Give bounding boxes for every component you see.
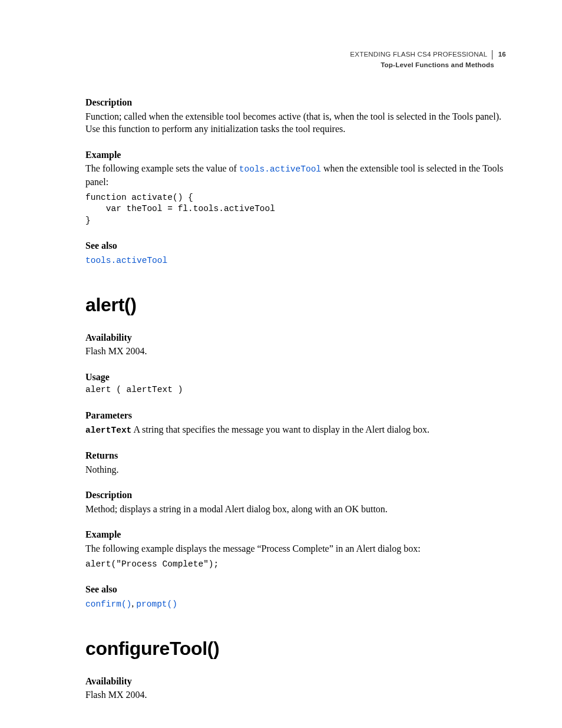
- returns-body: Nothing.: [85, 463, 506, 476]
- subhead-description: Description: [85, 96, 506, 109]
- availability-body: Flash MX 2004.: [85, 689, 506, 701]
- seealso-link-confirm[interactable]: confirm(): [85, 599, 131, 609]
- example-intro: The following example displays the messa…: [85, 542, 506, 555]
- header-section: Top-Level Functions and Methods: [350, 61, 506, 70]
- code-block: alert("Process Complete");: [85, 559, 506, 571]
- param-body: A string that specifies the message you …: [131, 424, 429, 434]
- seealso-link[interactable]: tools.activeTool: [85, 256, 167, 265]
- example-intro-before: The following example sets the value of: [85, 163, 239, 173]
- code-block: function activate() { var theTool = fl.t…: [85, 192, 506, 227]
- api-heading-alert: alert(): [85, 292, 506, 318]
- seealso-links: confirm(), prompt(): [85, 597, 506, 611]
- subhead-description: Description: [85, 489, 506, 502]
- inline-code-link[interactable]: tools.activeTool: [239, 164, 321, 174]
- seealso-link-prompt[interactable]: prompt(): [136, 599, 177, 609]
- running-header: EXTENDING FLASH CS4 PROFESSIONAL 16 Top-…: [350, 50, 506, 70]
- subhead-example: Example: [85, 149, 506, 162]
- param-name: alertText: [85, 426, 131, 435]
- header-doc-title: EXTENDING FLASH CS4 PROFESSIONAL: [350, 50, 492, 60]
- seealso-links: tools.activeTool: [85, 253, 506, 267]
- availability-body: Flash MX 2004.: [85, 345, 506, 358]
- subhead-returns: Returns: [85, 449, 506, 462]
- parameter-line: alertText A string that specifies the me…: [85, 423, 506, 437]
- subhead-seealso: See also: [85, 583, 506, 596]
- subhead-example: Example: [85, 528, 506, 541]
- content: Description Function; called when the ex…: [85, 96, 506, 701]
- page: EXTENDING FLASH CS4 PROFESSIONAL 16 Top-…: [0, 0, 562, 728]
- subhead-availability: Availability: [85, 675, 506, 688]
- subhead-seealso: See also: [85, 239, 506, 252]
- header-page-number: 16: [495, 50, 506, 60]
- description-body: Method; displays a string in a modal Ale…: [85, 503, 506, 516]
- api-heading-configuretool: configureTool(): [85, 636, 506, 661]
- subhead-usage: Usage: [85, 371, 506, 384]
- subhead-parameters: Parameters: [85, 409, 506, 422]
- subhead-availability: Availability: [85, 331, 506, 344]
- example-intro: The following example sets the value of …: [85, 162, 506, 188]
- description-body: Function; called when the extensible too…: [85, 110, 506, 136]
- usage-code: alert ( alertText ): [85, 384, 506, 396]
